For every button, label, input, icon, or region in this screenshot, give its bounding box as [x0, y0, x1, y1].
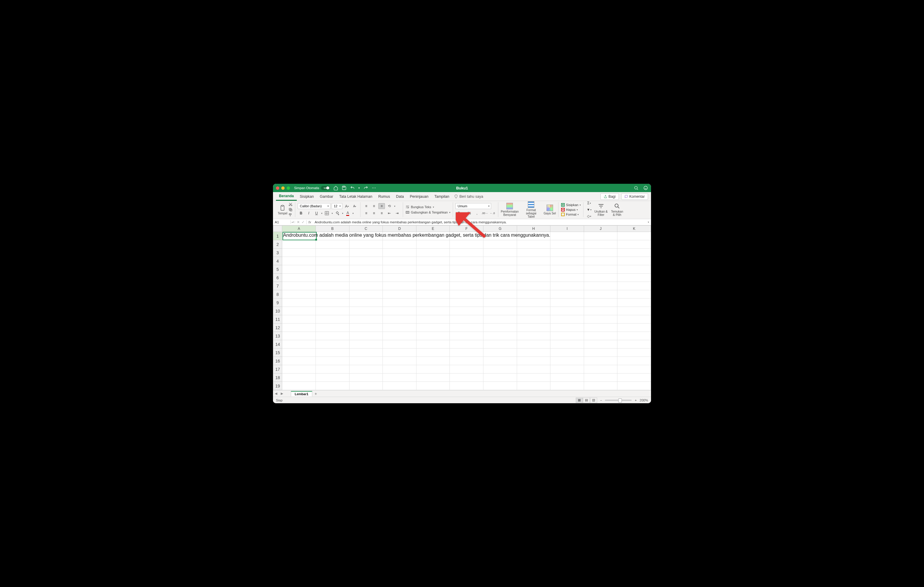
cell[interactable] — [450, 290, 483, 299]
tab-beranda[interactable]: Beranda — [276, 192, 297, 201]
sheet-nav-next-icon[interactable]: ▶ — [279, 391, 285, 396]
cell[interactable] — [584, 240, 618, 248]
expand-formula-bar-icon[interactable]: ▾ — [646, 220, 651, 224]
cell[interactable] — [483, 373, 517, 382]
cell[interactable] — [383, 307, 416, 315]
cell[interactable] — [450, 299, 483, 307]
cell[interactable] — [350, 299, 383, 307]
cell[interactable] — [584, 315, 618, 324]
cell[interactable] — [550, 307, 584, 315]
cell[interactable] — [416, 274, 450, 282]
cell[interactable] — [383, 382, 416, 390]
cell[interactable] — [350, 382, 383, 390]
cell[interactable] — [282, 365, 316, 373]
autosave-toggle[interactable]: Simpan Otomatis MATI — [294, 186, 330, 190]
cell[interactable] — [383, 324, 416, 332]
cell-styles-button[interactable]: Gaya Sel — [544, 205, 556, 215]
cell[interactable] — [350, 332, 383, 340]
cell[interactable] — [550, 373, 584, 382]
cell[interactable] — [517, 373, 551, 382]
cell[interactable] — [316, 299, 350, 307]
chevron-down-icon[interactable]: ▾ — [394, 205, 395, 207]
cell[interactable] — [282, 357, 316, 365]
cell[interactable] — [617, 365, 651, 373]
decrease-indent-icon[interactable]: ⇤ — [386, 210, 393, 216]
cell[interactable] — [450, 307, 483, 315]
row-header[interactable]: 17 — [273, 365, 282, 373]
sort-filter-button[interactable]: Urutkan & Filter — [594, 203, 609, 217]
increase-decimal-icon[interactable]: .00→ — [481, 210, 488, 216]
cell[interactable] — [316, 307, 350, 315]
cell[interactable] — [416, 257, 450, 265]
row-header[interactable]: 9 — [273, 299, 282, 307]
column-header[interactable]: B — [316, 225, 350, 232]
comma-icon[interactable]: , — [474, 210, 480, 216]
cell[interactable] — [517, 349, 551, 357]
cell[interactable] — [316, 332, 350, 340]
row-header[interactable]: 5 — [273, 265, 282, 274]
cell[interactable] — [617, 349, 651, 357]
column-header[interactable]: K — [617, 225, 651, 232]
cell[interactable] — [617, 357, 651, 365]
cell[interactable] — [383, 265, 416, 274]
cell[interactable] — [316, 365, 350, 373]
clear-icon[interactable]: ◇▾ — [586, 213, 592, 219]
cell[interactable] — [584, 365, 618, 373]
row-header[interactable]: 16 — [273, 357, 282, 365]
cell[interactable] — [316, 349, 350, 357]
font-name-combo[interactable]: Calibri (Badan) — [298, 203, 330, 209]
cell[interactable] — [316, 373, 350, 382]
cell[interactable] — [617, 240, 651, 248]
chevron-down-icon[interactable]: ▾ — [353, 212, 354, 215]
cell[interactable] — [450, 382, 483, 390]
tell-me[interactable]: Beri tahu saya — [454, 194, 483, 199]
cell[interactable] — [517, 332, 551, 340]
cell[interactable] — [584, 248, 618, 257]
cell[interactable] — [450, 274, 483, 282]
column-header[interactable]: G — [483, 225, 517, 232]
cell[interactable] — [584, 307, 618, 315]
underline-button[interactable]: U — [313, 210, 320, 216]
cell[interactable] — [617, 290, 651, 299]
cell[interactable] — [450, 340, 483, 349]
find-select-button[interactable]: Temukan & Pilih — [610, 203, 625, 217]
row-header[interactable]: 1 — [273, 232, 282, 240]
cell[interactable] — [282, 240, 316, 248]
cell[interactable] — [584, 349, 618, 357]
cell[interactable] — [450, 257, 483, 265]
column-header[interactable]: C — [350, 225, 383, 232]
cell[interactable] — [416, 240, 450, 248]
decrease-decimal-icon[interactable]: ←.0 — [489, 210, 496, 216]
cell[interactable] — [617, 232, 651, 240]
cell[interactable] — [282, 349, 316, 357]
font-size-combo[interactable]: 12 — [332, 203, 342, 209]
cell[interactable] — [282, 274, 316, 282]
cell[interactable] — [383, 349, 416, 357]
cell[interactable] — [550, 315, 584, 324]
cell[interactable] — [450, 373, 483, 382]
zoom-level[interactable]: 200% — [640, 398, 648, 402]
cell[interactable] — [282, 373, 316, 382]
cell[interactable] — [416, 340, 450, 349]
tab-peninjauan[interactable]: Peninjauan — [407, 192, 432, 201]
row-header[interactable]: 7 — [273, 282, 282, 290]
comments-button[interactable]: Komentar — [621, 193, 648, 200]
cell[interactable] — [416, 365, 450, 373]
cell[interactable] — [584, 274, 618, 282]
tab-tata-letak[interactable]: Tata Letak Halaman — [336, 192, 375, 201]
chevron-down-icon[interactable]: ▾ — [332, 212, 333, 215]
add-sheet-button[interactable]: + — [312, 391, 319, 396]
cell[interactable] — [517, 324, 551, 332]
cell[interactable] — [617, 274, 651, 282]
cell[interactable] — [483, 290, 517, 299]
row-header[interactable]: 18 — [273, 373, 282, 382]
cell[interactable] — [450, 349, 483, 357]
cell[interactable] — [584, 357, 618, 365]
name-box-spinner[interactable]: ▴▾ — [291, 221, 295, 223]
cell[interactable] — [416, 357, 450, 365]
share-button[interactable]: Bagi — [601, 193, 619, 200]
cell[interactable] — [483, 299, 517, 307]
cell[interactable] — [517, 265, 551, 274]
cell[interactable] — [416, 248, 450, 257]
column-header[interactable]: A — [282, 225, 316, 232]
